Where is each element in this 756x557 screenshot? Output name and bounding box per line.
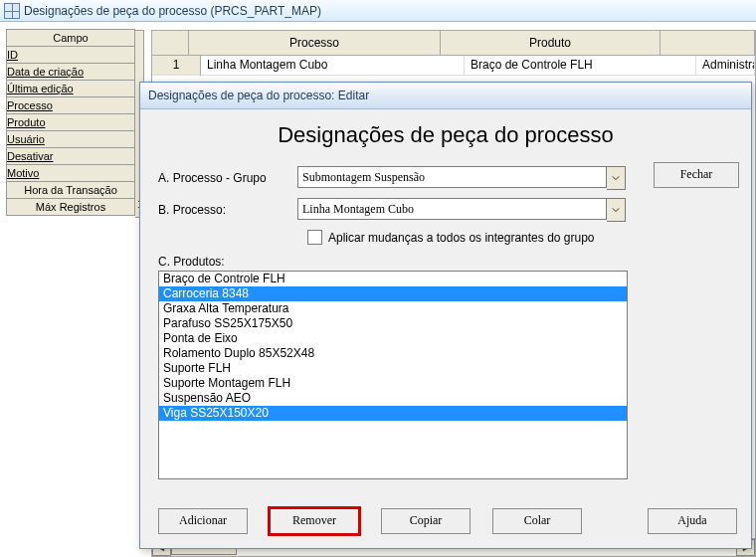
cell-usuario: Administrator — [696, 56, 755, 76]
select-processo[interactable] — [297, 198, 607, 220]
list-item[interactable]: Braço de Controle FLH — [159, 272, 627, 286]
field-row[interactable]: Hora da Transação — [6, 181, 135, 199]
list-item[interactable]: Suspensão AEO — [159, 391, 627, 406]
chevron-down-icon[interactable] — [607, 166, 626, 190]
field-row[interactable]: Motivo — [6, 164, 135, 182]
dialog-titlebar[interactable]: Designações de peça do processo: Editar — [140, 83, 751, 109]
field-header: Campo — [6, 29, 135, 47]
dialog-heading: Designações de peça do processo — [140, 122, 751, 148]
edit-dialog: Designações de peça do processo: Editar … — [139, 82, 752, 549]
field-row[interactable]: Processo — [6, 96, 135, 114]
field-row[interactable]: Produto — [6, 113, 135, 131]
dialog-title: Designações de peça do processo: Editar — [148, 89, 369, 102]
list-item[interactable]: Suporte FLH — [159, 361, 627, 376]
ajuda-button[interactable]: Ajuda — [648, 508, 737, 534]
select-grupo[interactable] — [297, 166, 607, 188]
field-row[interactable]: ID — [6, 46, 135, 64]
label-grupo: A. Processo - Grupo — [158, 171, 297, 185]
chevron-down-icon[interactable] — [607, 198, 626, 222]
col-processo-header[interactable]: Processo — [189, 31, 441, 55]
fechar-button[interactable]: Fechar — [654, 162, 739, 188]
list-item[interactable]: Rolamento Duplo 85X52X48 — [159, 346, 627, 361]
cell-produto: Braço de Controle FLH — [465, 56, 696, 76]
aplicar-checkbox[interactable]: Aplicar mudanças a todos os integrantes … — [307, 230, 626, 245]
label-processo: B. Processo: — [158, 203, 297, 217]
remover-button[interactable]: Remover — [270, 508, 359, 534]
field-row[interactable]: Desativar — [6, 147, 135, 165]
colar-button[interactable]: Colar — [492, 508, 582, 534]
row-number: 1 — [152, 56, 201, 76]
col-usuario-header[interactable] — [661, 31, 755, 55]
field-row[interactable]: Data de criação — [6, 63, 135, 81]
produtos-listbox[interactable]: Braço de Controle FLHCarroceria 8348Grax… — [158, 271, 628, 479]
copiar-button[interactable]: Copiar — [381, 508, 471, 534]
list-item[interactable]: Parafuso SS25X175X50 — [159, 316, 627, 331]
col-produto-header[interactable]: Produto — [441, 31, 661, 55]
label-produtos: C. Produtos: — [158, 255, 733, 269]
checkbox-icon — [307, 230, 322, 245]
table-row[interactable]: 1 Linha Montagem Cubo Braço de Controle … — [152, 56, 755, 76]
list-item[interactable]: Suporte Montagem FLH — [159, 376, 627, 391]
field-row[interactable]: Última edição — [6, 80, 135, 97]
cell-processo: Linha Montagem Cubo — [201, 56, 465, 76]
list-item[interactable]: Carroceria 8348 — [159, 286, 627, 301]
list-item[interactable]: Viga SS25X150X20 — [159, 406, 627, 421]
row-num-header — [152, 31, 189, 55]
bg-window-title: Designações de peça do processo (PRCS_PA… — [24, 4, 321, 18]
field-list: Campo ID Data de criação Última edição P… — [6, 30, 135, 216]
grid-icon — [4, 3, 20, 19]
field-row[interactable]: Usuário — [6, 130, 135, 148]
list-item[interactable]: Ponta de Eixo — [159, 331, 627, 346]
field-row[interactable]: Máx Registros — [6, 198, 135, 216]
aplicar-label: Aplicar mudanças a todos os integrantes … — [328, 231, 595, 245]
list-item[interactable]: Graxa Alta Temperatura — [159, 301, 627, 316]
bg-window-titlebar: Designações de peça do processo (PRCS_PA… — [0, 0, 756, 22]
adicionar-button[interactable]: Adicionar — [158, 508, 248, 534]
